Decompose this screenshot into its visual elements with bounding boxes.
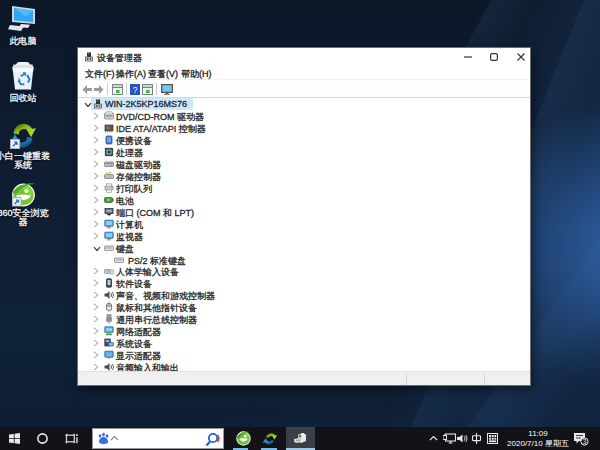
- svg-text:?: ?: [133, 85, 138, 95]
- svg-text:3: 3: [583, 438, 587, 445]
